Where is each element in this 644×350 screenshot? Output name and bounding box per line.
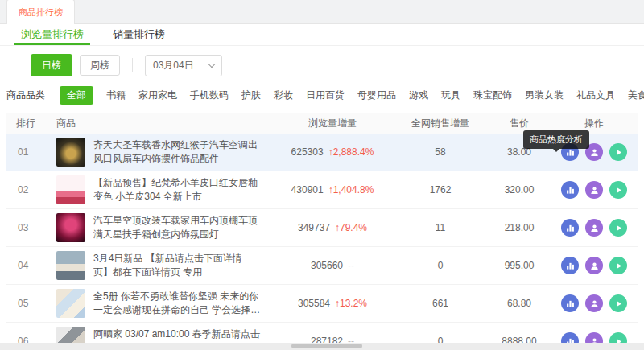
views-pct-change: ↑2,888.4%	[328, 146, 374, 158]
ranking-table: 排行 商品 浏览量增量 全网销售增量 售价 操作 01 齐天大圣车载香水网红猴子…	[0, 113, 644, 350]
filter-controls: 日榜 周榜 03月04日	[0, 46, 644, 84]
date-select-value: 03月04日	[153, 59, 194, 72]
weekly-toggle-button[interactable]: 周榜	[80, 55, 120, 76]
table-row[interactable]: 02 【新品预售】纪梵希小羊皮口红女唇釉 变色 小羊皮304 全新上市 4309…	[6, 171, 638, 209]
category-item-daily-goods[interactable]: 日用百货	[306, 89, 345, 102]
play-icon	[614, 186, 623, 195]
play-icon	[614, 261, 623, 270]
header-views-increase: 浏览量增量	[272, 117, 393, 130]
product-title[interactable]: 【新品预售】纪梵希小羊皮口红女唇釉 变色 小羊皮304 全新上市	[93, 176, 272, 204]
play-icon	[614, 299, 623, 308]
chevron-down-icon	[208, 60, 215, 67]
sales-value: 1762	[393, 184, 488, 196]
product-thumbnail[interactable]	[56, 289, 85, 318]
views-pct-change: ↑1,404.8%	[328, 184, 374, 196]
product-thumbnail[interactable]	[56, 213, 85, 242]
category-item-digital[interactable]: 手机数码	[190, 89, 229, 102]
heat-analysis-button[interactable]	[561, 257, 579, 274]
table-row[interactable]: 04 3月4日新品 【新品请点击下面详情页】都在下面详情页 专用 305660-…	[6, 247, 638, 285]
play-icon	[614, 224, 623, 233]
views-value: 305584	[298, 298, 330, 309]
divider	[132, 58, 133, 72]
tab-product-ranking[interactable]: 商品排行榜	[6, 0, 75, 24]
category-item-gifts-stationery[interactable]: 礼品文具	[576, 89, 615, 102]
sales-value: 661	[393, 298, 488, 309]
influencer-analysis-button[interactable]	[585, 219, 603, 237]
heat-analysis-button[interactable]	[561, 181, 579, 199]
header-actions: 操作	[551, 117, 638, 130]
subtab-views-ranking[interactable]: 浏览量排行榜	[21, 24, 84, 45]
category-item-all[interactable]: 全部	[60, 86, 93, 105]
person-icon	[590, 186, 599, 195]
category-item-makeup[interactable]: 彩妆	[274, 89, 293, 102]
rank-cell: 02	[6, 184, 56, 196]
chart-icon	[566, 224, 575, 233]
header-rank: 排行	[6, 117, 56, 130]
table-row[interactable]: 01 齐天大圣车载香水网红猴子汽车空调出风口风扇车内饰摆件饰品配件 625303…	[6, 134, 638, 171]
price-value: 68.80	[488, 298, 551, 309]
price-value: 995.00	[488, 260, 551, 271]
sales-value: 58	[393, 146, 488, 158]
category-item-jewelry[interactable]: 珠宝配饰	[473, 89, 512, 102]
views-value: 430901	[291, 184, 324, 196]
influencer-analysis-button[interactable]	[585, 257, 603, 274]
sales-value: 11	[393, 222, 488, 233]
heat-analysis-button[interactable]	[561, 219, 579, 237]
sales-value: 0	[393, 260, 488, 271]
rank-cell: 05	[6, 298, 56, 309]
main-panel: 浏览量排行榜 销量排行榜 日榜 周榜 03月04日 商品品类 全部 书籍 家用家…	[0, 24, 644, 344]
video-button[interactable]	[609, 257, 627, 274]
person-icon	[590, 148, 599, 157]
chart-icon	[566, 148, 575, 157]
product-title[interactable]: 3月4日新品 【新品请点击下面详情页】都在下面详情页 专用	[93, 252, 272, 280]
product-title[interactable]: 全5册 你若不勇敢谁替你坚强 未来的你一定会感谢现在拼命的自己 学会选择懂得放弃…	[93, 290, 272, 318]
person-icon	[590, 261, 599, 270]
category-item-books[interactable]: 书籍	[106, 89, 126, 102]
price-value: 320.00	[488, 184, 551, 196]
heat-analysis-button[interactable]	[561, 294, 579, 312]
header-price: 售价	[488, 117, 551, 130]
product-thumbnail[interactable]	[56, 175, 85, 204]
subtab-sales-ranking[interactable]: 销量排行榜	[113, 24, 165, 45]
product-title[interactable]: 汽车星空顶改装车载家用车内顶棚车顶满天星扶手箱创意内饰氛围灯	[93, 214, 272, 242]
category-item-toys[interactable]: 玩具	[441, 89, 460, 102]
video-button[interactable]	[609, 143, 627, 161]
daily-toggle-button[interactable]: 日榜	[31, 54, 72, 76]
category-item-skincare[interactable]: 护肤	[242, 89, 261, 102]
category-item-mother-baby[interactable]: 母婴用品	[357, 89, 396, 102]
table-row[interactable]: 03 汽车星空顶改装车载家用车内顶棚车顶满天星扶手箱创意内饰氛围灯 349737…	[6, 209, 638, 247]
influencer-analysis-button[interactable]	[585, 181, 603, 199]
product-title[interactable]: 齐天大圣车载香水网红猴子汽车空调出风口风扇车内饰摆件饰品配件	[93, 138, 272, 167]
horizontal-scrollbar-thumb[interactable]	[291, 344, 362, 348]
views-pct-change: --	[348, 260, 354, 271]
product-thumbnail[interactable]	[56, 251, 85, 280]
horizontal-scrollbar	[0, 343, 644, 350]
price-value: 218.00	[488, 222, 551, 233]
views-pct-change: ↑13.2%	[335, 298, 367, 309]
product-thumbnail[interactable]	[56, 138, 85, 167]
video-button[interactable]	[609, 219, 627, 237]
chart-icon	[566, 261, 575, 270]
views-value: 305660	[311, 260, 343, 271]
views-value: 625303	[291, 146, 324, 158]
chart-icon	[566, 186, 575, 195]
category-item-games[interactable]: 游戏	[409, 89, 428, 102]
category-item-food-drinks[interactable]: 美食饮品	[628, 89, 644, 102]
table-row[interactable]: 05 全5册 你若不勇敢谁替你坚强 未来的你一定会感谢现在拼命的自己 学会选择懂…	[6, 285, 638, 323]
rank-cell: 04	[6, 260, 56, 271]
category-item-clothing[interactable]: 男装女装	[525, 89, 564, 102]
header-sales-increase: 全网销售增量	[393, 117, 488, 130]
play-icon	[614, 148, 623, 157]
category-filter-row: 商品品类 全部 书籍 家用家电 手机数码 护肤 彩妆 日用百货 母婴用品 游戏 …	[0, 84, 644, 113]
video-button[interactable]	[609, 181, 627, 199]
person-icon	[590, 224, 599, 233]
subtab-bar: 浏览量排行榜 销量排行榜	[0, 24, 644, 46]
views-pct-change: ↑79.4%	[335, 222, 367, 233]
category-item-appliances[interactable]: 家用家电	[138, 89, 177, 102]
category-label: 商品品类	[6, 89, 45, 102]
person-icon	[590, 299, 599, 308]
date-select[interactable]: 03月04日	[145, 55, 222, 76]
views-value: 349737	[298, 222, 330, 233]
influencer-analysis-button[interactable]	[585, 294, 603, 312]
video-button[interactable]	[609, 294, 627, 312]
